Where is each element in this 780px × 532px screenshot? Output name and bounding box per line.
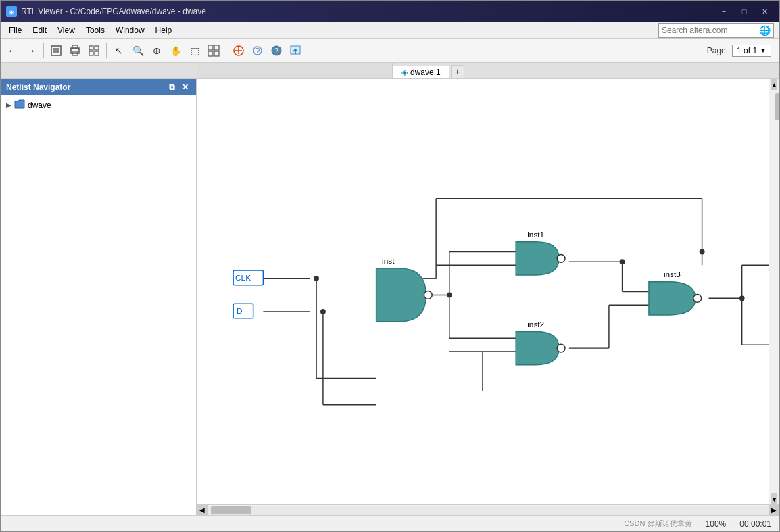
pan-button[interactable]: ✋	[167, 42, 185, 59]
scroll-down-button[interactable]: ▼	[771, 493, 778, 504]
zoom-in-button[interactable]: 🔍	[129, 42, 147, 59]
svg-rect-9	[208, 45, 213, 50]
tree-item-dwave[interactable]: ▶ dwave	[3, 98, 193, 112]
svg-rect-12	[214, 51, 219, 56]
tab-label: dwave:1	[410, 68, 441, 77]
right-scrollbar[interactable]: ▲ ▼	[769, 79, 779, 504]
bottom-scrollbar[interactable]: ◀ ▶	[197, 504, 779, 515]
menubar: File Edit View Tools Window Help 🌐	[1, 22, 779, 39]
scroll-track-horizontal[interactable]	[208, 506, 769, 515]
forward-button[interactable]: →	[22, 42, 40, 59]
maximize-button[interactable]: □	[735, 5, 754, 18]
svg-text:inst3: inst3	[664, 270, 681, 279]
menu-window[interactable]: Window	[110, 24, 150, 37]
tree-folder-icon	[14, 99, 25, 111]
status-zoom: 100%	[706, 519, 727, 529]
svg-rect-11	[208, 51, 213, 56]
content-area: Netlist Navigator ⧉ ✕ ▶ dwave	[1, 79, 779, 515]
close-button[interactable]: ✕	[755, 5, 774, 18]
search-input[interactable]	[662, 26, 756, 35]
print-button[interactable]	[66, 42, 84, 59]
menu-help[interactable]: Help	[150, 24, 178, 37]
tab-icon: ◈	[401, 68, 408, 77]
app-icon: ◈	[6, 6, 17, 17]
menu-view[interactable]: View	[52, 24, 80, 37]
svg-point-32	[447, 292, 452, 297]
sidebar: Netlist Navigator ⧉ ✕ ▶ dwave	[1, 79, 197, 515]
schematic-area[interactable]: CLK D Q Q1 inst	[197, 79, 769, 504]
export-button[interactable]	[85, 42, 103, 59]
svg-point-15	[257, 54, 258, 55]
svg-text:inst2: inst2	[527, 320, 544, 329]
page-value[interactable]: 1 of 1 ▼	[732, 45, 771, 57]
svg-point-55	[314, 276, 319, 281]
svg-text:inst1: inst1	[527, 230, 544, 239]
statusbar: CSDN @斯诺优章黄 100% 00:00:01	[1, 515, 779, 531]
page-label: Page:	[707, 46, 728, 55]
search-area: 🌐	[658, 23, 774, 38]
svg-text:D: D	[237, 306, 243, 316]
svg-point-53	[739, 295, 745, 301]
status-watermark: CSDN @斯诺优章黄	[624, 518, 691, 529]
scroll-up-button[interactable]: ▲	[771, 79, 778, 90]
sidebar-content: ▶ dwave	[1, 95, 196, 515]
zoom-box-button[interactable]: ⊕	[148, 42, 166, 59]
page-number: 1 of 1	[737, 46, 757, 55]
sidebar-close-button[interactable]: ✕	[180, 82, 191, 93]
export2-button[interactable]	[287, 42, 304, 59]
scroll-thumb-horizontal[interactable]	[211, 506, 251, 514]
sidebar-title: Netlist Navigator	[6, 82, 70, 92]
select-button[interactable]: ↖	[110, 42, 128, 59]
svg-rect-5	[89, 46, 93, 50]
svg-point-26	[320, 309, 326, 314]
menu-edit[interactable]: Edit	[27, 24, 52, 37]
svg-rect-10	[214, 45, 219, 50]
toolbar: ← → ↖ 🔍 ⊕ ✋ ⬚ ?	[1, 39, 779, 63]
page-dropdown-icon[interactable]: ▼	[760, 47, 766, 54]
toolbar-sep-2	[106, 43, 107, 58]
schematic-svg: CLK D Q Q1 inst	[197, 79, 769, 504]
svg-rect-8	[95, 51, 99, 55]
tree-item-label: dwave	[28, 101, 51, 110]
tree-arrow-icon: ▶	[6, 101, 11, 109]
window-title: RTL Viewer - C:/Code/FPGA/dwave/dwave - …	[21, 7, 206, 16]
select-all-button[interactable]	[205, 42, 222, 59]
tab-dwave[interactable]: ◈ dwave:1	[393, 66, 449, 78]
svg-rect-1	[53, 48, 59, 53]
select-box-button[interactable]: ⬚	[186, 42, 203, 59]
svg-point-57	[424, 291, 432, 299]
menu-file[interactable]: File	[3, 24, 27, 37]
globe-icon: 🌐	[759, 25, 771, 36]
svg-point-60	[693, 294, 702, 302]
titlebar: ◈ RTL Viewer - C:/Code/FPGA/dwave/dwave …	[1, 1, 779, 22]
fit-button[interactable]	[47, 42, 65, 59]
menu-tools[interactable]: Tools	[80, 24, 110, 37]
sidebar-header: Netlist Navigator ⧉ ✕	[1, 79, 196, 95]
sidebar-controls: ⧉ ✕	[166, 82, 191, 93]
add-tab-button[interactable]: +	[451, 65, 464, 78]
netlist-button[interactable]	[230, 42, 247, 59]
svg-point-58	[557, 254, 565, 262]
page-indicator: Page: 1 of 1 ▼	[707, 45, 777, 57]
toolbar-sep-1	[43, 43, 44, 58]
svg-rect-7	[89, 51, 93, 55]
status-time: 00:00:01	[739, 519, 771, 529]
minimize-button[interactable]: −	[714, 5, 733, 18]
window-controls: − □ ✕	[714, 5, 774, 18]
svg-point-59	[557, 344, 565, 352]
scroll-thumb-vertical[interactable]	[775, 93, 780, 120]
sidebar-undock-button[interactable]: ⧉	[166, 82, 177, 93]
flag-button[interactable]: ?	[268, 42, 285, 59]
tab-bar: ◈ dwave:1 +	[1, 63, 779, 79]
toolbar-sep-3	[226, 43, 226, 58]
back-button[interactable]: ←	[3, 42, 21, 59]
properties-button[interactable]	[249, 42, 266, 59]
svg-point-47	[620, 259, 625, 264]
scroll-left-button[interactable]: ◀	[197, 505, 208, 516]
svg-text:inst: inst	[382, 256, 395, 266]
svg-rect-6	[95, 46, 99, 50]
svg-text:?: ?	[274, 47, 278, 55]
svg-text:CLK: CLK	[235, 273, 251, 283]
scroll-right-button[interactable]: ▶	[769, 505, 779, 516]
